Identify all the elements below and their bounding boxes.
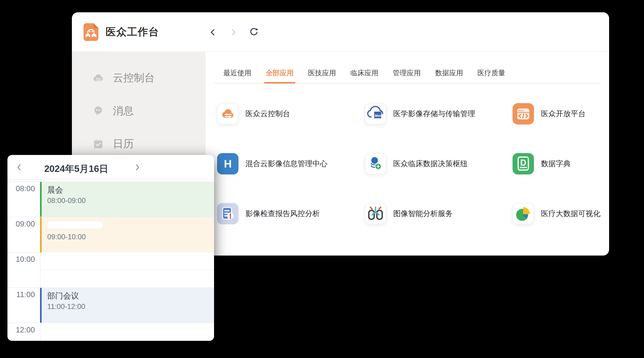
time-label: 11:00 [8, 290, 35, 299]
app-image-ai-analysis[interactable]: 图像智能分析服务 [365, 203, 512, 224]
calendar-check-icon [92, 138, 104, 150]
back-button[interactable] [208, 27, 218, 37]
chevron-right-icon [229, 28, 238, 36]
code-window-icon [512, 103, 534, 125]
database-plus-icon [365, 153, 386, 175]
app-label: 医众临床数据决策枢纽 [393, 159, 468, 169]
lungs-icon [365, 203, 386, 224]
cloud-sliders-icon [217, 103, 238, 125]
time-label: 09:00 [8, 219, 35, 228]
event-color-bar [40, 288, 42, 323]
app-label: 影像检查报告风控分析 [246, 209, 320, 219]
page-title: 医众工作台 [106, 25, 159, 39]
calendar-next-button[interactable] [132, 162, 142, 172]
redacted-event-title [47, 221, 102, 229]
tab-medtech-apps[interactable]: 医技应用 [308, 68, 336, 83]
app-hybrid-cloud-imaging[interactable]: H 混合云影像信息管理中心 [217, 153, 365, 175]
app-label: 数据字典 [541, 159, 571, 169]
app-clinical-data-hub[interactable]: 医众临床数据决策枢纽 [365, 153, 512, 175]
sidebar-item-messages[interactable]: 消息 [72, 100, 205, 122]
letter-h: H [217, 153, 238, 175]
content-area: 最近使用 全部应用 医技应用 临床应用 管理应用 数据应用 医疗质量 [205, 52, 609, 255]
tab-data-apps[interactable]: 数据应用 [435, 68, 463, 83]
sidebar-item-label: 消息 [113, 104, 134, 118]
app-report-risk-analysis[interactable]: 影像检查报告风控分析 [217, 203, 365, 224]
tab-bar: 最近使用 全部应用 医技应用 临床应用 管理应用 数据应用 医疗质量 [214, 52, 601, 83]
sidebar-item-cloud-console[interactable]: 云控制台 [72, 67, 205, 89]
cloud-mos-icon: Mos [365, 103, 386, 125]
event-color-bar [40, 182, 42, 217]
app-image-storage[interactable]: Mos 医学影像存储与传输管理 [365, 103, 512, 125]
app-data-dictionary[interactable]: D 数据字典 [512, 153, 609, 175]
refresh-button[interactable] [249, 27, 259, 37]
app-open-platform[interactable]: 医众开放平台 [512, 103, 609, 125]
time-label: 12:00 [8, 326, 35, 334]
app-grid: 医众云控制台 Mos 医学影像存储与传输管理 [217, 103, 609, 224]
tab-management-apps[interactable]: 管理应用 [393, 68, 421, 83]
dictionary-book-icon: D [512, 153, 534, 175]
app-cloud-console[interactable]: 医众云控制台 [217, 103, 365, 125]
calendar-event-morning-meeting[interactable]: 晨会 08:00-09:00 [40, 182, 214, 217]
mos-badge: Mos [374, 112, 382, 119]
report-alert-icon [217, 203, 238, 224]
chevron-left-icon [209, 28, 217, 36]
app-label: 混合云影像信息管理中心 [246, 159, 327, 169]
time-label: 10:00 [8, 255, 35, 264]
event-title: 晨会 [47, 185, 214, 195]
half-hour-line [40, 270, 214, 270]
refresh-icon [249, 27, 259, 37]
screen: 医众工作台 [0, 0, 644, 358]
app-label: 医学影像存储与传输管理 [393, 109, 475, 119]
calendar-event-redacted[interactable]: 09:00-10:00 [40, 217, 214, 253]
event-color-bar [40, 217, 42, 253]
tab-clinical-apps[interactable]: 临床应用 [350, 68, 378, 83]
event-time: 09:00-10:00 [47, 232, 214, 242]
app-big-data-visualization[interactable]: 医疗大数据可视化 [512, 203, 609, 224]
calendar-day-grid: 08:00 09:00 10:00 11:00 12:00 晨会 08:00-0… [8, 179, 214, 340]
app-logo-icon [83, 23, 99, 41]
time-label: 08:00 [8, 184, 35, 193]
calendar-date: 2024年5月16日 [22, 162, 131, 175]
pie-chart-icon [512, 203, 534, 224]
letter-d: D [512, 153, 534, 175]
event-time: 11:00-12:00 [47, 302, 214, 311]
app-label: 医疗大数据可视化 [541, 209, 600, 219]
hour-line [8, 323, 214, 323]
message-bubble-icon [92, 105, 104, 117]
forward-button[interactable] [228, 27, 238, 37]
window-header: 医众工作台 [72, 12, 609, 52]
app-label: 图像智能分析服务 [393, 209, 453, 219]
cloud-settings-icon [92, 72, 104, 84]
tab-all-apps[interactable]: 全部应用 [266, 68, 294, 83]
nav-controls [208, 12, 259, 52]
tab-recent[interactable]: 最近使用 [223, 68, 251, 83]
calendar-header: 2024年5月16日 [8, 155, 214, 179]
sidebar-item-calendar[interactable]: 日历 [72, 133, 205, 155]
event-title: 部门会议 [47, 291, 214, 301]
sidebar-item-label: 日历 [113, 137, 134, 151]
sidebar-item-label: 云控制台 [113, 71, 155, 85]
calendar-event-department-meeting[interactable]: 部门会议 11:00-12:00 [40, 288, 214, 323]
chevron-right-icon [133, 163, 141, 171]
letter-h-icon: H [217, 153, 238, 175]
event-time: 08:00-09:00 [47, 196, 214, 205]
app-label: 医众云控制台 [246, 109, 290, 119]
app-label: 医众开放平台 [541, 109, 586, 119]
calendar-panel: 2024年5月16日 08:00 09:00 10:00 11:00 12:00 [8, 155, 214, 341]
tab-quality[interactable]: 医疗质量 [478, 68, 505, 83]
